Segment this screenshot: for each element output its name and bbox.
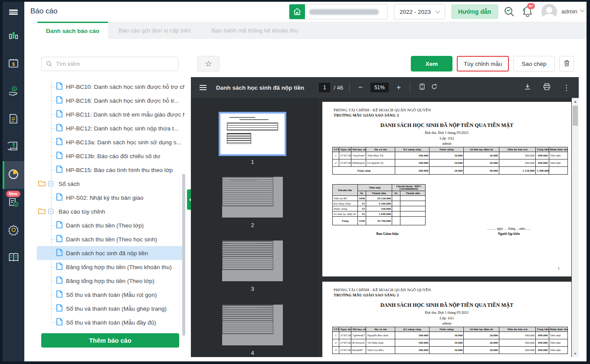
pdf-body: 1234 PHÒNG TÀI CHÍNH - KẾ HOẠCH QUẬN NGÔ… <box>191 98 572 357</box>
tree-report-item[interactable]: Sổ thu và thanh toán (Mẫu đầy đủ) <box>37 315 185 328</box>
tree-item-label: HP-BC10: Danh sách học sinh được hỗ trợ … <box>66 84 185 90</box>
tab-1[interactable]: Danh sách báo cáo <box>37 22 108 39</box>
page-thumbnail-2[interactable]: 2 <box>222 177 283 218</box>
collapse-minus-icon[interactable] <box>48 181 53 186</box>
cash-book-icon: $ <box>8 141 19 154</box>
tree-item-label: Báo cáo tùy chỉnh <box>59 208 105 215</box>
scrollbar-thumb[interactable] <box>573 106 578 126</box>
doc-page-number: 1 <box>558 266 560 270</box>
page-number-input[interactable]: 1 <box>319 83 330 92</box>
report-search[interactable] <box>41 57 178 71</box>
search-input[interactable] <box>56 61 164 67</box>
sidebar-item-settings[interactable] <box>3 217 24 244</box>
tree-report-item[interactable]: HP-BC12: Danh sách học sinh nộp thừa t..… <box>37 121 185 135</box>
page-thumbnail-4[interactable]: 4 <box>222 305 283 345</box>
tab-3[interactable]: Ban hành mã thống kê khoản thu <box>201 22 308 39</box>
sidebar-item-document-lines[interactable] <box>3 106 24 133</box>
school-selector[interactable] <box>289 4 388 20</box>
tree-report-item[interactable]: HP-BC16: Danh sách học sinh được hỗ tr..… <box>37 94 185 107</box>
add-report-button[interactable]: Thêm báo cáo <box>41 333 179 348</box>
chevron-down-icon <box>435 8 440 13</box>
document-page-1: PHÒNG TÀI CHÍNH - KẾ HOẠCH QUẬN NGÔ QUYỀ… <box>322 102 571 276</box>
tree-report-item[interactable]: Danh sách học sinh đã nộp tiền <box>37 246 185 260</box>
doc-title: DANH SÁCH HỌC SINH ĐÃ NỘP TIỀN QUA TIỀN … <box>322 302 571 309</box>
tree-report-item[interactable]: HP-BC13a: Danh sách học sinh sử dụng s..… <box>37 135 185 149</box>
tree-report-item[interactable]: HP-BC10: Danh sách học sinh được hỗ trợ … <box>37 80 185 94</box>
zoom-in-button[interactable]: + <box>394 82 403 93</box>
scroll-down-arrow[interactable]: ▼ <box>572 350 579 357</box>
tree-report-item[interactable]: HP-BC11: Danh sách trẻ em mẫu giáo được … <box>37 107 185 121</box>
tree-report-item[interactable]: Bảng tổng hợp thu tiền (Theo khoản thu) <box>37 260 185 274</box>
home-icon[interactable] <box>289 4 305 19</box>
customize-template-button[interactable]: Tùy chỉnh mẫu <box>457 56 509 72</box>
tree-item-label: Bảng tổng hợp thu tiền (Theo lớp) <box>66 278 154 284</box>
tree-folder[interactable]: Sổ sách <box>37 177 185 191</box>
more-options-button[interactable]: ⋮ <box>560 82 573 93</box>
calendar-money-icon: $ <box>8 58 19 71</box>
user-menu[interactable]: admin <box>561 8 577 15</box>
tree-scrollbar[interactable] <box>182 174 185 336</box>
fit-page-button[interactable] <box>416 82 428 93</box>
tree-report-item[interactable]: Bảng tổng hợp thu tiền (Theo lớp) <box>37 274 185 288</box>
sidebar-item-hand-coin[interactable]: $ <box>3 78 24 106</box>
tree-item-label: Sổ sách <box>59 181 80 187</box>
pdf-doc-title: Danh sách học sinh đã nộp tiền <box>216 84 304 91</box>
tab-2[interactable]: Báo cáo gửi đơn vị cấp trên <box>108 22 201 39</box>
sidebar-item-report-check[interactable]: New <box>3 189 24 217</box>
rotate-button[interactable] <box>428 82 440 93</box>
report-file-icon <box>56 124 62 133</box>
bar-chart-icon <box>8 30 19 43</box>
sidebar-item-library[interactable] <box>3 244 24 272</box>
pdf-scrollbar[interactable]: ▲ ▼ <box>572 98 579 357</box>
guide-button[interactable]: Hướng dẫn <box>451 4 498 19</box>
scroll-up-arrow[interactable]: ▲ <box>572 98 579 105</box>
page-thumbnail-1[interactable]: 1 <box>220 114 285 154</box>
report-file-icon <box>56 166 62 174</box>
tree-report-item[interactable]: Danh sách thu tiền (Theo học sinh) <box>37 232 185 246</box>
page-title: Báo cáo <box>30 7 57 16</box>
thumbnail-page-number: 4 <box>222 350 283 356</box>
tree-item-label: Danh sách thu tiền (Theo lớp) <box>66 222 144 229</box>
tree-report-item[interactable]: HP-BC13b: Báo cáo đối chiếu số dư <box>37 149 185 163</box>
sidebar-item-bar-chart[interactable] <box>3 23 24 50</box>
report-file-icon <box>56 82 62 91</box>
view-button[interactable]: Xem <box>411 56 452 72</box>
tree-item-label: HP-BC15: Báo cáo tình hình thu theo lớp <box>66 167 173 173</box>
doc-author: admin <box>322 141 571 146</box>
tree-item-label: HP-BC12: Danh sách học sinh nộp thừa t..… <box>66 125 179 132</box>
svg-text:$: $ <box>13 88 15 91</box>
menu-toggle-button[interactable] <box>3 2 24 23</box>
doc-collection-period: Đợt thu: Đợt 1 tháng 05/2021 <box>322 130 571 135</box>
delete-button[interactable] <box>559 56 574 72</box>
collapse-minus-icon[interactable] <box>48 209 53 214</box>
tree-item-label: Danh sách học sinh đã nộp tiền <box>66 250 148 257</box>
search-stats-icon[interactable] <box>503 6 515 20</box>
doc-school-line: TRƯỜNG MẪU GIÁO SAO SÁNG 3 <box>334 293 399 297</box>
download-button[interactable] <box>521 82 534 93</box>
tree-report-item[interactable]: Sổ thu và thanh toán (Mẫu rút gọn) <box>37 288 185 302</box>
tree-report-item[interactable]: Sổ thu và thanh toán (Mẫu ghép trang) <box>37 302 185 315</box>
tree-report-item[interactable]: HP-S02: Nhật ký thu bàn giao <box>37 191 185 205</box>
svg-text:$: $ <box>12 62 15 67</box>
doc-payment-table: STTNgày thuMã học sinhHọ và tênKỹ năng s… <box>332 147 568 175</box>
school-year-dropdown[interactable]: 2022 - 2023 <box>394 4 445 20</box>
copy-button[interactable]: Sao chép <box>513 56 555 72</box>
report-file-icon <box>56 152 62 160</box>
print-button[interactable] <box>541 82 553 93</box>
avatar[interactable] <box>541 4 557 20</box>
sidebar-item-pie-chart[interactable] <box>3 161 24 189</box>
sidebar-item-cash-book[interactable]: $ <box>3 133 24 161</box>
tree-report-item[interactable]: Danh sách thu tiền (Theo lớp) <box>37 218 185 232</box>
document-page-2: PHÒNG TÀI CHÍNH - KẾ HOẠCH QUẬN NGÔ QUYỀ… <box>322 282 571 357</box>
doc-school-line: TRƯỜNG MẪU GIÁO SAO SÁNG 3 <box>334 113 399 117</box>
sidebar-item-calendar-money[interactable]: $ <box>3 50 24 78</box>
tree-item-label: Danh sách thu tiền (Theo học sinh) <box>66 236 157 243</box>
notifications-button[interactable]: 9+ <box>521 5 534 20</box>
zoom-out-button[interactable]: − <box>356 82 365 93</box>
svg-text:$: $ <box>13 143 15 147</box>
tree-folder[interactable]: Báo cáo tùy chỉnh <box>37 205 185 218</box>
page-thumbnail-3[interactable]: 3 <box>222 240 283 281</box>
favorite-button[interactable]: ☆ <box>197 56 220 72</box>
pdf-menu-icon[interactable] <box>200 84 206 91</box>
tree-report-item[interactable]: HP-BC15: Báo cáo tình hình thu theo lớp <box>37 163 185 177</box>
